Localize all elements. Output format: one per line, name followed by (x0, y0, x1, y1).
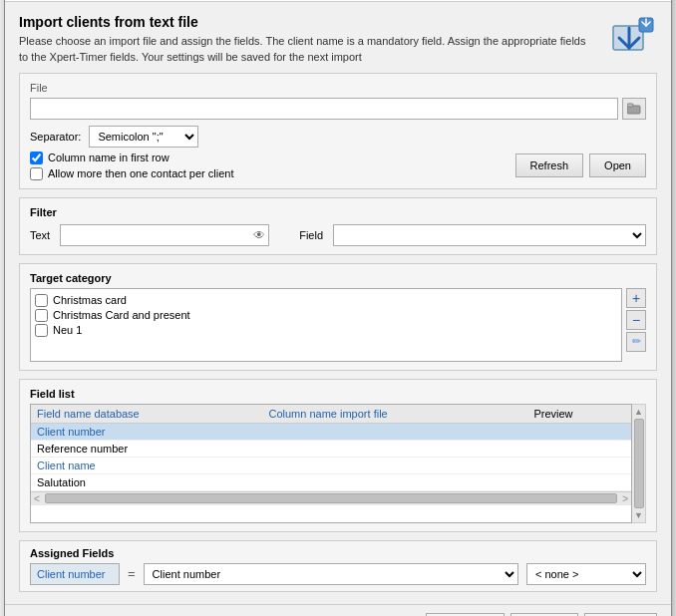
dialog-window: Client import × Import clients from text… (4, 0, 672, 616)
filter-title: Filter (30, 206, 646, 218)
target-item-label: Neu 1 (53, 324, 82, 336)
col-header-preview: Preview (527, 405, 631, 424)
assigned-right-select[interactable]: < none > (526, 563, 646, 585)
field-table-container: Field name database Column name import f… (30, 404, 646, 523)
add-category-button[interactable]: + (626, 288, 646, 308)
file-browse-button[interactable] (622, 98, 646, 120)
file-section: File Separator: Semicolon ";" Comma "," … (19, 73, 657, 189)
target-category-section: Target category Christmas card Christmas… (19, 263, 657, 371)
assigned-fields-title: Assigned Fields (30, 547, 646, 559)
assigned-fields-section: Assigned Fields Client number = Client n… (19, 540, 657, 592)
col-header-import: Column name import file (262, 405, 527, 424)
target-item-checkbox[interactable] (35, 294, 48, 307)
cell-import (262, 440, 527, 457)
assigned-left-select[interactable]: Client number Reference number Client na… (144, 563, 518, 585)
field-list-title: Field list (30, 388, 646, 400)
import-icon (609, 14, 657, 56)
file-row (30, 98, 646, 120)
filter-text-input[interactable] (60, 224, 269, 246)
cell-import (262, 457, 527, 473)
allow-multiple-label: Allow more then one contact per client (48, 167, 234, 179)
assigned-fields-row: Client number = Client number Reference … (30, 563, 646, 585)
h-scrollbar[interactable]: < > (31, 491, 631, 505)
separator-label: Separator: (30, 131, 81, 143)
table-row[interactable]: Salutation (31, 473, 631, 490)
equals-sign: = (128, 566, 136, 581)
target-category-title: Target category (30, 272, 646, 284)
separator-row: Separator: Semicolon ";" Comma "," Tab S… (30, 126, 646, 148)
col-header-db: Field name database (31, 405, 262, 424)
file-label: File (30, 82, 646, 94)
field-table-wrapper[interactable]: Field name database Column name import f… (30, 404, 632, 523)
list-item: Neu 1 (35, 323, 617, 338)
refresh-button[interactable]: Refresh (515, 154, 584, 177)
filter-field-select[interactable]: Client number Client name Reference numb… (333, 224, 646, 246)
filter-input-wrapper: 👁 (60, 224, 269, 246)
cell-preview (527, 440, 631, 457)
table-row[interactable]: Client number (31, 423, 631, 440)
cell-db: Client name (31, 457, 262, 473)
table-row[interactable]: Reference number (31, 440, 631, 457)
column-name-checkbox-label[interactable]: Column name in first row (30, 152, 234, 164)
filter-section: Filter Text 👁 Field Client number Client… (19, 197, 657, 255)
open-button[interactable]: Open (589, 154, 646, 177)
page-description: Please choose an import file and assign … (19, 34, 597, 65)
cell-db: Salutation (31, 473, 262, 490)
column-name-label: Column name in first row (48, 152, 169, 163)
cell-db: Client number (31, 423, 262, 440)
column-name-checkbox[interactable] (30, 152, 43, 164)
allow-multiple-checkbox[interactable] (30, 167, 43, 180)
cell-db: Reference number (31, 440, 262, 457)
target-item-label: Christmas Card and present (53, 309, 190, 321)
options-row: Column name in first row Allow more then… (30, 152, 646, 180)
dialog-body: Import clients from text file Please cho… (5, 2, 671, 604)
target-category-inner: Christmas card Christmas Card and presen… (30, 288, 646, 362)
edit-category-button[interactable]: ✏ (626, 332, 646, 352)
target-item-checkbox[interactable] (35, 324, 48, 337)
target-category-buttons: + − ✏ (626, 288, 646, 362)
options-right: Refresh Open (515, 154, 646, 177)
cell-import (262, 473, 527, 490)
options-left: Column name in first row Allow more then… (30, 152, 234, 180)
cell-preview (527, 423, 631, 440)
svg-rect-6 (627, 104, 633, 107)
footer-row: ⬇ Import Cancel 🔵 Help (5, 604, 671, 616)
header-text: Import clients from text file Please cho… (19, 14, 597, 65)
field-table: Field name database Column name import f… (31, 405, 631, 491)
target-category-list: Christmas card Christmas Card and presen… (30, 288, 622, 362)
separator-select[interactable]: Semicolon ";" Comma "," Tab Space (89, 126, 198, 148)
list-item: Christmas card (35, 293, 617, 308)
table-row[interactable]: Client name (31, 457, 631, 473)
target-item-checkbox[interactable] (35, 309, 48, 322)
file-input[interactable] (30, 98, 618, 120)
field-list-section: Field list Field name database Column na… (19, 379, 657, 532)
page-title: Import clients from text file (19, 14, 597, 30)
filter-row: Text 👁 Field Client number Client name R… (30, 224, 646, 246)
header-section: Import clients from text file Please cho… (19, 14, 657, 65)
cell-preview (527, 473, 631, 490)
remove-category-button[interactable]: − (626, 310, 646, 330)
v-scrollbar[interactable]: ▲ ▼ (632, 404, 646, 523)
filter-field-label: Field (299, 229, 323, 241)
filter-text-label: Text (30, 229, 50, 241)
cell-import (262, 423, 527, 440)
cell-preview (527, 457, 631, 473)
list-item: Christmas Card and present (35, 308, 617, 323)
target-item-label: Christmas card (53, 294, 127, 306)
assigned-field-name: Client number (30, 563, 120, 585)
allow-multiple-checkbox-label[interactable]: Allow more then one contact per client (30, 167, 234, 180)
